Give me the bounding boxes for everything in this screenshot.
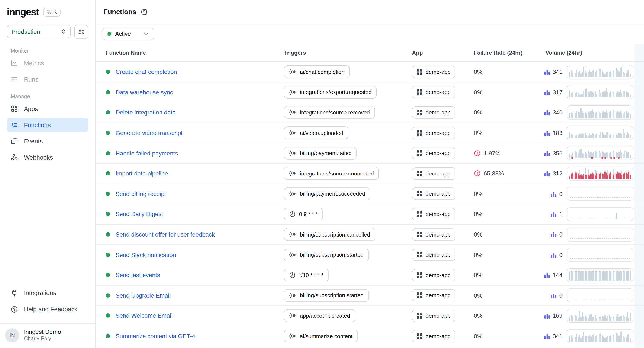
app-badge[interactable]: demo-app: [412, 188, 455, 200]
spark-bar: [627, 335, 628, 341]
function-row[interactable]: Send test events */10 * * * * demo-app 0…: [96, 265, 644, 285]
app-badge[interactable]: demo-app: [412, 249, 455, 261]
command-k-shortcut[interactable]: ⌘ K: [43, 8, 61, 17]
environment-select[interactable]: Production: [7, 25, 71, 38]
function-name-link[interactable]: Handle failed payments: [116, 150, 178, 156]
spark-bar: [574, 71, 575, 77]
app-badge[interactable]: demo-app: [412, 208, 455, 220]
function-name-link[interactable]: Summarize content via GPT-4: [116, 333, 195, 339]
trigger-badge: integrations/source.removed: [284, 106, 375, 119]
spark-bar: [607, 316, 608, 321]
function-name-link[interactable]: Send discount offer for user feedback: [116, 231, 215, 238]
function-name-link[interactable]: Generate video transcript: [116, 129, 182, 136]
spark-bar: [610, 111, 611, 118]
inngest-logo[interactable]: inngest: [7, 7, 39, 18]
spark-bar: [582, 336, 583, 341]
function-row[interactable]: Handle failed payments billing/payment.f…: [96, 143, 644, 163]
volume-count: 356: [538, 150, 562, 156]
sidebar-item-webhooks[interactable]: Webhooks: [7, 150, 88, 164]
sidebar-item-apps[interactable]: Apps: [7, 102, 88, 116]
spark-bar: [603, 152, 604, 158]
function-row[interactable]: Send billing receipt billing/payment.suc…: [96, 184, 644, 204]
function-name-link[interactable]: Send Daily Digest: [116, 211, 163, 218]
app-badge[interactable]: demo-app: [412, 289, 455, 302]
function-row[interactable]: Create chat completion ai/chat.completio…: [96, 62, 644, 82]
spark-bar: [623, 271, 624, 280]
app-badge[interactable]: demo-app: [412, 269, 455, 281]
function-status-dot: [106, 314, 110, 318]
spark-bar: [617, 111, 618, 118]
sidebar-item-runs[interactable]: Runs: [7, 72, 88, 86]
spark-bar: [617, 91, 618, 98]
spark-bar: [585, 133, 586, 138]
function-name-link[interactable]: Send test events: [116, 272, 160, 278]
app-badge[interactable]: demo-app: [412, 147, 455, 159]
app-badge[interactable]: demo-app: [412, 330, 455, 342]
function-name-link[interactable]: Create chat completion: [116, 69, 177, 75]
spark-bar: [613, 71, 614, 77]
function-row[interactable]: Send Upgrade Email billing/subscription.…: [96, 285, 644, 306]
spark-bar: [598, 335, 598, 341]
page-help-icon[interactable]: [141, 9, 148, 15]
spark-bar: [627, 173, 628, 179]
bar-chart-icon: [550, 211, 556, 217]
function-row[interactable]: Import data pipeline integrations/source…: [96, 163, 644, 184]
function-name-link[interactable]: Data warehouse sync: [116, 89, 173, 96]
profile-menu[interactable]: IN Inngest Demo Charly Poly: [0, 323, 95, 348]
event-icon: [289, 252, 296, 257]
app-badge[interactable]: demo-app: [412, 127, 455, 139]
function-name-link[interactable]: Delete integration data: [116, 109, 176, 116]
sidebar-item-functions[interactable]: Functions: [7, 118, 88, 132]
spark-bar: [602, 335, 603, 341]
spark-bar: [627, 113, 628, 118]
app-badge[interactable]: demo-app: [412, 86, 455, 98]
app-badge[interactable]: demo-app: [412, 228, 455, 241]
status-filter-dropdown[interactable]: Active: [102, 28, 154, 40]
sidebar-item-integrations[interactable]: Integrations: [7, 286, 88, 300]
function-row[interactable]: Summarize content via GPT-4 ai/summarize…: [96, 326, 644, 346]
spark-bar: [574, 154, 575, 158]
spark-bar: [585, 112, 586, 118]
sidebar-item-metrics[interactable]: Metrics: [7, 56, 88, 70]
function-row[interactable]: Send Daily Digest 0 9 * * * demo-app 0% …: [96, 204, 644, 224]
spark-bar: [617, 334, 618, 341]
function-name-link[interactable]: Import data pipeline: [116, 170, 168, 177]
function-row[interactable]: Data warehouse sync integrations/export.…: [96, 82, 644, 102]
app-badge[interactable]: demo-app: [412, 310, 455, 322]
function-row[interactable]: Generate video transcript ai/video.uploa…: [96, 123, 644, 143]
app-badge[interactable]: demo-app: [412, 66, 455, 78]
function-row[interactable]: Send Slack notification billing/subscrip…: [96, 245, 644, 265]
event-icon: [289, 69, 296, 75]
spark-bar: [630, 271, 631, 280]
event-icon: [289, 232, 296, 237]
function-row[interactable]: Delete integration data integrations/sou…: [96, 102, 644, 123]
spark-bar: [593, 271, 594, 280]
spark-bar: [609, 153, 610, 158]
spark-bar: [574, 271, 575, 280]
spark-bar: [581, 174, 582, 179]
spark-bar: [628, 70, 630, 77]
spark-bar: [604, 112, 606, 118]
function-status-dot: [106, 212, 110, 216]
function-name-link[interactable]: Send Upgrade Email: [116, 292, 170, 299]
spark-bar: [616, 68, 617, 77]
spark-bar: [582, 111, 583, 118]
function-name-link[interactable]: Send billing receipt: [116, 191, 166, 197]
spark-bar: [630, 313, 631, 321]
function-name-link[interactable]: Send Welcome Email: [116, 312, 172, 319]
bar-chart-icon: [544, 333, 550, 339]
spark-bar: [576, 70, 578, 77]
spark-bar: [609, 315, 610, 321]
spark-bar: [588, 169, 589, 179]
spark-bar: [590, 173, 592, 179]
sidebar-item-events[interactable]: Events: [7, 134, 88, 148]
function-row[interactable]: Send discount offer for user feedback bi…: [96, 225, 644, 245]
sidebar-item-help[interactable]: Help and Feedback: [7, 302, 88, 316]
function-name-link[interactable]: Send Slack notification: [116, 251, 176, 258]
spark-bar: [622, 152, 622, 158]
app-badge[interactable]: demo-app: [412, 106, 455, 119]
spark-bar: [579, 112, 580, 118]
app-badge[interactable]: demo-app: [412, 167, 455, 180]
environment-settings-button[interactable]: [74, 25, 88, 39]
function-row[interactable]: Send Welcome Email app/account.created d…: [96, 306, 644, 326]
